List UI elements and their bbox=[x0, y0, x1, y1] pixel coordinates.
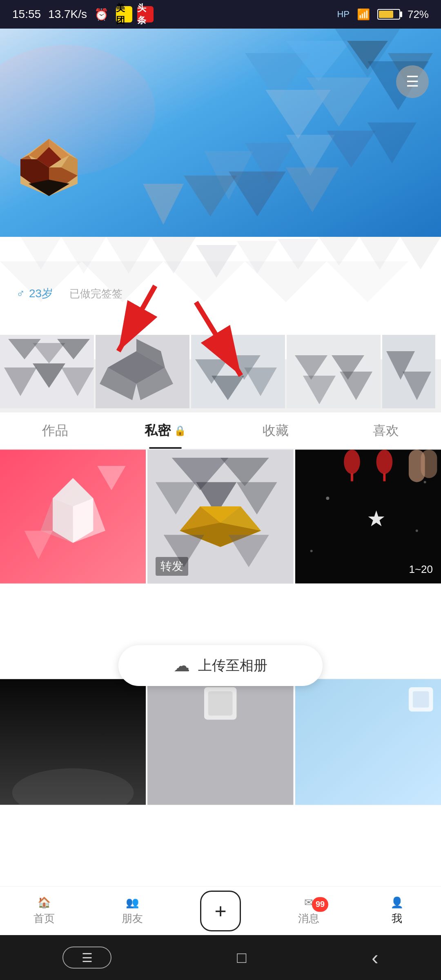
nav-friends[interactable]: 👥 朋友 bbox=[88, 896, 176, 926]
sys-hamburger-icon: ☰ bbox=[82, 951, 93, 965]
svg-rect-92 bbox=[383, 473, 385, 481]
cell-2-label: 转发 bbox=[156, 557, 188, 576]
thumb-item-3[interactable] bbox=[191, 335, 285, 408]
sys-nav-menu[interactable]: ☰ bbox=[62, 947, 111, 969]
sys-home-icon: □ bbox=[237, 949, 246, 966]
notification-icons: 美团 头条 bbox=[116, 6, 154, 22]
tab-works[interactable]: 作品 bbox=[0, 412, 110, 449]
plus-icon: + bbox=[214, 899, 226, 923]
grid-cell-1[interactable] bbox=[0, 449, 146, 584]
thumb-item-5[interactable] bbox=[382, 335, 435, 408]
gender-icon: ♂ bbox=[16, 287, 25, 300]
me-label: 我 bbox=[392, 911, 402, 926]
nav-create[interactable]: + bbox=[176, 891, 265, 931]
tab-favorites[interactable]: 收藏 bbox=[220, 412, 331, 449]
svg-marker-37 bbox=[400, 237, 441, 270]
cell-3-count: 1~20 bbox=[409, 563, 433, 576]
toutiao-icon: 头条 bbox=[137, 6, 154, 22]
upload-cloud-icon: ☁ bbox=[174, 656, 190, 675]
hp-label: HP bbox=[337, 9, 350, 20]
tab-likes[interactable]: 喜欢 bbox=[331, 412, 441, 449]
hamburger-icon: ☰ bbox=[406, 74, 419, 89]
sys-back-icon: ‹ bbox=[372, 946, 379, 969]
svg-rect-90 bbox=[351, 473, 353, 481]
lock-icon: 🔒 bbox=[174, 425, 186, 437]
thumb-item-1[interactable] bbox=[0, 335, 94, 408]
svg-point-89 bbox=[344, 450, 360, 474]
svg-rect-107 bbox=[413, 691, 429, 708]
bottom-nav: 🏠 首页 👥 朋友 + ✉ 消息 99 👤 我 bbox=[0, 886, 441, 935]
hero-logo bbox=[12, 135, 86, 200]
svg-point-99 bbox=[423, 481, 426, 483]
grid-cell-5[interactable] bbox=[147, 679, 293, 805]
nav-messages[interactable]: ✉ 消息 99 bbox=[265, 896, 353, 926]
upload-button[interactable]: ☁ 上传至相册 bbox=[118, 645, 323, 686]
grid-cell-4[interactable] bbox=[0, 679, 146, 805]
grid-cell-2[interactable]: 转发 bbox=[147, 449, 293, 584]
thumb-item-2[interactable] bbox=[96, 335, 189, 408]
meituan-icon: 美团 bbox=[116, 6, 132, 22]
svg-rect-104 bbox=[208, 691, 233, 716]
sys-nav-home[interactable]: □ bbox=[237, 949, 246, 967]
nav-home[interactable]: 🏠 首页 bbox=[0, 896, 88, 926]
status-bar: 15:55 13.7K/s ⏰ 美团 头条 HP 📶 72% bbox=[0, 0, 441, 29]
tab-private[interactable]: 私密 🔒 bbox=[110, 412, 220, 449]
me-icon: 👤 bbox=[390, 896, 403, 909]
svg-rect-94 bbox=[421, 450, 437, 478]
friends-label: 朋友 bbox=[122, 911, 143, 926]
friends-icon: 👥 bbox=[126, 896, 139, 909]
svg-marker-35 bbox=[318, 237, 359, 265]
menu-button[interactable]: ☰ bbox=[396, 65, 429, 98]
thumb-strip bbox=[0, 335, 441, 408]
messages-label: 消息 bbox=[298, 911, 319, 926]
system-nav-bar: ☰ □ ‹ bbox=[0, 935, 441, 980]
grid-cell-6[interactable] bbox=[295, 679, 441, 805]
create-button[interactable]: + bbox=[200, 891, 241, 931]
profile-info: ♂ 23岁 已做完签签 bbox=[16, 286, 425, 301]
tabs-bar: 作品 私密 🔒 收藏 喜欢 bbox=[0, 412, 441, 449]
battery-percent: 72% bbox=[408, 8, 429, 21]
battery-fill bbox=[379, 11, 393, 18]
age-label: 23岁 bbox=[29, 286, 53, 301]
home-icon: 🏠 bbox=[38, 896, 51, 909]
thumb-item-4[interactable] bbox=[287, 335, 381, 408]
svg-point-97 bbox=[415, 530, 418, 532]
status-left: 15:55 13.7K/s ⏰ 美团 头条 bbox=[12, 6, 154, 22]
network-speed: 13.7K/s bbox=[48, 8, 87, 21]
hero-banner: ☰ bbox=[0, 29, 441, 265]
home-label: 首页 bbox=[33, 911, 55, 926]
grid-cell-3[interactable]: 1~20 bbox=[295, 449, 441, 584]
svg-point-91 bbox=[376, 450, 392, 474]
profile-tags: 已做完签签 bbox=[69, 287, 122, 301]
alarm-icon: ⏰ bbox=[94, 8, 109, 21]
battery-tip bbox=[400, 11, 402, 17]
svg-point-98 bbox=[310, 550, 312, 552]
upload-label: 上传至相册 bbox=[198, 656, 267, 675]
sys-nav-back[interactable]: ‹ bbox=[372, 946, 379, 969]
status-right: HP 📶 72% bbox=[337, 8, 429, 21]
gender-age: ♂ 23岁 bbox=[16, 286, 53, 301]
battery-bar bbox=[377, 9, 400, 20]
time: 15:55 bbox=[12, 8, 41, 21]
svg-point-96 bbox=[326, 497, 329, 500]
nav-me[interactable]: 👤 我 bbox=[353, 896, 441, 926]
wifi-icon: 📶 bbox=[357, 8, 370, 21]
messages-badge: 99 bbox=[312, 897, 328, 912]
